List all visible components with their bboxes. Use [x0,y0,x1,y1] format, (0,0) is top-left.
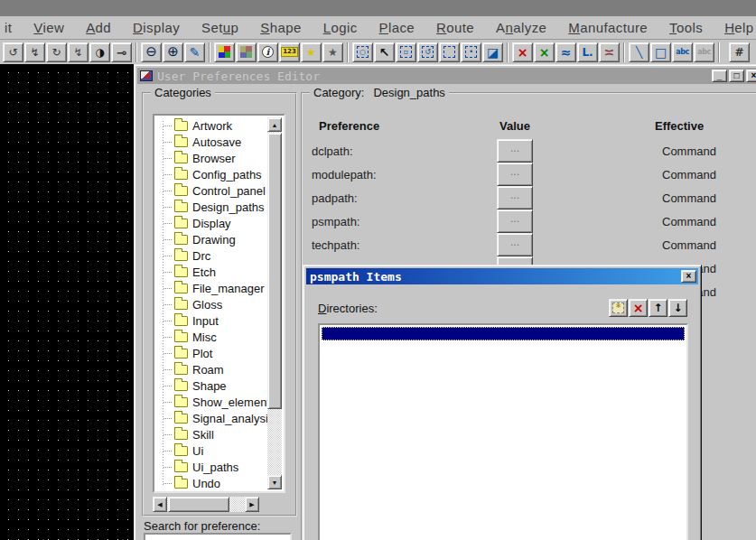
menu-analyze[interactable]: Analyze [496,20,546,35]
zoom-out-button[interactable]: ⊖ [141,42,162,62]
value-browse-button[interactable]: ... [497,186,533,209]
unfix-button[interactable]: × [534,42,555,62]
tree-item-autosave[interactable]: Autosave [156,134,270,150]
menu-view[interactable]: View [33,20,64,35]
tree-item-etch[interactable]: Etch [156,264,270,280]
shape-select-button[interactable]: ○ [352,42,373,62]
scroll-left-icon[interactable]: ◀ [153,497,167,512]
menu-manufacture[interactable]: Manufacture [568,20,648,35]
menu-logic[interactable]: Logic [323,20,358,35]
search-input[interactable] [144,533,292,540]
delete-item-button[interactable]: × [629,299,648,317]
tree-item-undo[interactable]: Undo [156,475,270,489]
close-icon[interactable]: × [681,270,696,283]
tree-vertical-scrollbar[interactable]: ▲ ▼ [267,117,282,489]
rats-all-button[interactable]: ↯ [24,42,45,62]
tree-item-label: Artwork [192,119,232,133]
tree-item-drc[interactable]: Drc [156,247,270,264]
shape-rotate-button[interactable]: ↺ [417,42,438,62]
text-outline-button[interactable]: abc [694,42,714,62]
move-down-button[interactable]: ↓ [668,299,687,317]
menu-tools[interactable]: Tools [669,20,703,35]
directories-list[interactable] [318,323,688,540]
maximize-button[interactable]: □ [729,70,744,82]
highlight-button[interactable]: ★ [301,42,322,62]
pin-button[interactable]: ⊸ [111,42,132,62]
measure-button[interactable]: 123 [279,42,300,62]
delay-tune-button[interactable]: L. [577,42,598,62]
shape-select-icon: ○ [357,46,369,58]
menu-setup[interactable]: Setup [201,20,238,35]
dehighlight-button[interactable]: ★ [322,42,343,62]
tree-item-ui[interactable]: Ui [156,442,270,459]
tree-item-display[interactable]: Display [156,215,270,231]
unrats-all-button[interactable]: ↺ [3,42,23,62]
color-priority-icon [219,46,230,58]
tree-item-control_panel[interactable]: Control_panel [156,182,270,199]
rect-button[interactable]: □ [650,42,671,62]
menu-shape[interactable]: Shape [260,20,301,35]
color-priority-button[interactable] [214,42,235,62]
net-schedule-button[interactable]: ≍ [599,42,620,62]
scroll-up-icon[interactable]: ▲ [267,117,282,132]
folder-icon [174,121,188,131]
close-button[interactable]: × [746,70,756,82]
psm-titlebar[interactable]: psmpath Items [306,268,698,284]
tree-item-show_element[interactable]: Show_element [156,394,270,410]
value-browse-button[interactable]: ... [497,163,533,186]
tree-item-artwork[interactable]: Artwork [156,117,270,134]
rats-comp-button[interactable]: ↯ [68,42,89,62]
info-button[interactable]: i [257,42,278,62]
shadow-mode-button[interactable]: ◑ [89,42,110,62]
slide-button[interactable]: ≈ [555,42,576,62]
tree-item-design_paths[interactable]: Design_paths [156,199,270,215]
shape-void-button[interactable]: • [461,42,481,62]
toolbar: ↺↯↻↯◑⊸⊖⊕✎i123★★○↖▫↺•◪××≈L.≍╲□abcabc# [0,40,756,64]
text-button[interactable]: abc [672,42,693,62]
scroll-down-icon[interactable]: ▼ [267,475,282,489]
menu-it[interactable]: it [5,20,12,35]
color-dim-button[interactable] [236,42,257,62]
tree-item-shape[interactable]: Shape [156,377,270,394]
vertical-scrollbar-thumb[interactable] [267,133,282,409]
tree-item-config_paths[interactable]: Config_paths [156,166,270,182]
zoom-in-button[interactable]: ⊕ [163,42,183,62]
tree-item-drawing[interactable]: Drawing [156,231,270,247]
new-item-button[interactable]: * [609,299,628,317]
unrats-comp-button[interactable]: ↻ [46,42,67,62]
tree-item-misc[interactable]: Misc [156,329,270,345]
menu-place[interactable]: Place [379,20,415,35]
move-up-button[interactable]: ↑ [649,299,667,317]
minimize-button[interactable]: _ [712,70,727,82]
tree-item-gloss[interactable]: Gloss [156,296,270,312]
shape-rect-button[interactable] [439,42,460,62]
menu-add[interactable]: Add [86,20,111,35]
redraw-button[interactable]: ✎ [184,42,205,62]
select-arrow-button[interactable]: ↖ [374,42,395,62]
value-browse-button[interactable]: ... [497,209,533,233]
tree-item-plot[interactable]: Plot [156,345,270,361]
value-browse-button[interactable]: ... [497,233,533,256]
menu-route[interactable]: Route [436,20,474,35]
tree-item-file_manager[interactable]: File_manager [156,280,270,296]
tree-item-signal_analysis[interactable]: Signal_analysis [156,410,270,426]
menu-display[interactable]: Display [133,20,180,35]
horizontal-scrollbar-thumb[interactable] [168,497,229,512]
shape-fill-button[interactable]: ◪ [482,42,503,62]
dialog-titlebar[interactable]: User Preferences Editor _ □ × [137,68,756,84]
fix-button[interactable]: × [512,42,533,62]
tree-item-ui_paths[interactable]: Ui_paths [156,459,270,475]
value-browse-button[interactable]: ... [497,139,533,163]
tree-item-browser[interactable]: Browser [156,150,270,166]
tree-item-label: Ui_paths [192,461,238,474]
tree-horizontal-scrollbar[interactable]: ◀ ▶ [153,497,259,512]
line-button[interactable]: ╲ [629,42,649,62]
tree-item-skill[interactable]: Skill [156,426,270,442]
selected-directory-row[interactable] [322,327,685,340]
menu-help[interactable]: Help [724,20,753,35]
grid-button[interactable]: # [729,42,750,62]
tree-item-input[interactable]: Input [156,312,270,329]
tree-item-roam[interactable]: Roam [156,361,270,377]
shape-copy-button[interactable]: ▫ [396,42,416,62]
scroll-right-icon[interactable]: ▶ [245,497,259,512]
